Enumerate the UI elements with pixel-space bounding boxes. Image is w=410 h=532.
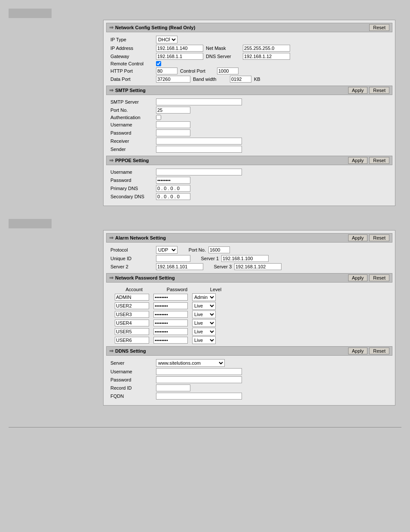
ddns-buttons: Apply Reset: [348, 347, 389, 354]
pppoe-primary-dns-input[interactable]: [156, 185, 190, 192]
user-level-3[interactable]: AdminLive: [192, 319, 216, 327]
smtp-username-input[interactable]: [156, 121, 190, 128]
smtp-password-input[interactable]: [156, 129, 190, 136]
alarm-protocol-row: Protocol UDP TCP Port No.: [110, 246, 388, 254]
smtp-port-label: Port No.: [110, 108, 153, 113]
user-password-1[interactable]: [153, 302, 188, 309]
ddns-reset-button[interactable]: Reset: [369, 347, 389, 354]
http-port-input[interactable]: [156, 68, 177, 74]
alarm-unique-id-input[interactable]: [156, 255, 190, 262]
user-level-2[interactable]: AdminLive: [192, 311, 216, 318]
ip-address-input[interactable]: [156, 45, 203, 52]
tab-label-1: [9, 9, 52, 18]
pppoe-apply-button[interactable]: Apply: [348, 157, 368, 164]
panel-2: ⇒ Alarm Network Setting Apply Reset Prot…: [103, 230, 395, 406]
smtp-auth-checkbox[interactable]: [156, 115, 161, 120]
remote-control-checkbox[interactable]: [156, 61, 161, 66]
user-password-4[interactable]: [153, 328, 188, 335]
user-account-3[interactable]: [115, 320, 149, 326]
ip-address-label: IP Address: [110, 46, 153, 51]
dns-server-label: DNS Server: [206, 54, 240, 59]
net-password-body: Account Password Level AdminLive A: [106, 284, 392, 346]
smtp-reset-button[interactable]: Reset: [369, 87, 389, 94]
net-mask-input[interactable]: [243, 45, 290, 52]
pppoe-body: Username Password Primary DNS Secondary …: [106, 167, 392, 203]
user-level-0[interactable]: AdminLive: [192, 293, 216, 301]
pppoe-secondary-dns-input[interactable]: [156, 193, 190, 200]
smtp-server-input[interactable]: [156, 98, 242, 105]
smtp-server-row: SMTP Server: [110, 98, 388, 105]
ddns-apply-button[interactable]: Apply: [348, 347, 368, 354]
pppoe-password-row: Password: [110, 177, 388, 184]
alarm-protocol-label: Protocol: [110, 247, 153, 252]
alarm-server1-input[interactable]: [221, 255, 269, 262]
col-account-header: Account: [115, 287, 153, 292]
ddns-username-row: Username: [110, 368, 388, 375]
smtp-apply-button[interactable]: Apply: [348, 87, 368, 94]
pppoe-reset-button[interactable]: Reset: [369, 157, 389, 164]
ddns-server-label: Server: [110, 360, 153, 366]
net-password-header: ⇒ Network Password Setting Apply Reset: [106, 273, 392, 283]
net-password-reset-button[interactable]: Reset: [369, 274, 389, 281]
alarm-unique-id-row: Unique ID Server 1: [110, 255, 388, 262]
pppoe-header: ⇒ PPPOE Setting Apply Reset: [106, 156, 392, 165]
alarm-network-apply-button[interactable]: Apply: [348, 234, 368, 241]
net-password-buttons: Apply Reset: [348, 274, 389, 281]
bottom-divider: [9, 427, 401, 427]
user-password-2[interactable]: [153, 311, 188, 318]
user-level-4[interactable]: AdminLive: [192, 328, 216, 335]
alarm-port-no-input[interactable]: [208, 246, 230, 253]
alarm-network-buttons: Apply Reset: [348, 234, 389, 241]
bandwidth-unit: KB: [254, 77, 260, 82]
gateway-input[interactable]: [156, 53, 203, 60]
user-password-0[interactable]: [153, 294, 188, 301]
alarm-server2-input[interactable]: [156, 263, 203, 270]
user-account-1[interactable]: [115, 302, 149, 309]
alarm-server2-row: Server 2 Server 3: [110, 263, 388, 270]
ddns-username-input[interactable]: [156, 368, 242, 375]
smtp-receiver-input[interactable]: [156, 138, 242, 145]
pppoe-title: ⇒ PPPOE Setting: [109, 157, 149, 163]
tab-label-2: [9, 219, 52, 228]
user-row-4: AdminLive: [110, 327, 388, 336]
smtp-body: SMTP Server Port No. Authentication User…: [106, 97, 392, 156]
smtp-sender-input[interactable]: [156, 146, 242, 153]
control-port-input[interactable]: [217, 68, 239, 74]
alarm-server3-input[interactable]: [234, 263, 281, 270]
net-password-apply-button[interactable]: Apply: [348, 274, 368, 281]
smtp-username-label: Username: [110, 122, 153, 127]
user-password-5[interactable]: [153, 337, 188, 344]
user-account-0[interactable]: [115, 294, 149, 301]
ip-type-select[interactable]: DHCP Static: [156, 36, 177, 43]
user-password-3[interactable]: [153, 320, 188, 326]
user-level-5[interactable]: AdminLive: [192, 336, 216, 344]
network-config-header: ⇒ Network Config Setting (Read Only) Res…: [106, 23, 392, 32]
user-row-3: AdminLive: [110, 319, 388, 327]
ddns-server-row: Server www.sitelutions.com www.dyndns.co…: [110, 359, 388, 367]
pppoe-username-input[interactable]: [156, 169, 242, 175]
alarm-unique-id-label: Unique ID: [110, 256, 153, 261]
ddns-record-id-input[interactable]: [156, 384, 190, 391]
panel-1: ⇒ Network Config Setting (Read Only) Res…: [103, 20, 395, 206]
ddns-fqdn-input[interactable]: [156, 393, 242, 400]
user-account-5[interactable]: [115, 337, 149, 344]
smtp-password-label: Password: [110, 130, 153, 135]
network-config-reset-button[interactable]: Reset: [369, 24, 389, 31]
network-config-title: ⇒ Network Config Setting (Read Only): [109, 25, 195, 31]
network-config-arrow-icon: ⇒: [109, 25, 113, 31]
pppoe-primary-dns-label: Primary DNS: [110, 186, 153, 191]
alarm-network-reset-button[interactable]: Reset: [369, 234, 389, 241]
alarm-protocol-select[interactable]: UDP TCP: [156, 246, 177, 254]
bandwidth-input[interactable]: [230, 76, 251, 83]
ddns-password-input[interactable]: [156, 376, 242, 383]
user-level-1[interactable]: AdminLive: [192, 302, 216, 310]
user-account-4[interactable]: [115, 328, 149, 335]
user-account-2[interactable]: [115, 311, 149, 318]
pppoe-password-input[interactable]: [156, 177, 190, 184]
data-port-input[interactable]: [156, 76, 190, 83]
smtp-port-input[interactable]: [156, 107, 190, 114]
ddns-title: ⇒ DDNS Setting: [109, 348, 146, 354]
alarm-network-header: ⇒ Alarm Network Setting Apply Reset: [106, 233, 392, 243]
dns-server-input[interactable]: [243, 53, 290, 60]
ddns-server-select[interactable]: www.sitelutions.com www.dyndns.com: [156, 359, 225, 367]
